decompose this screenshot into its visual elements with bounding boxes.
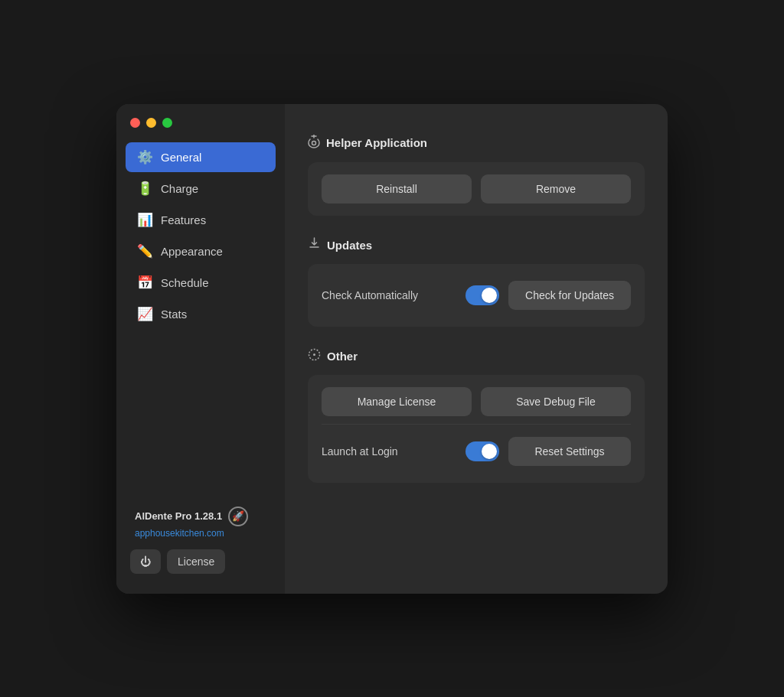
updates-title: Updates [308, 237, 645, 253]
battery-icon: 🔋 [136, 181, 153, 197]
other-icon [308, 348, 321, 364]
launch-at-login-row: Launch at Login Reset Settings [322, 432, 631, 471]
updates-icon [308, 237, 321, 253]
sidebar-item-stats[interactable]: 📈 Stats [126, 299, 276, 329]
svg-point-0 [312, 141, 316, 145]
sidebar-item-general[interactable]: ⚙️ General [126, 142, 276, 172]
power-icon: ⏻ [140, 555, 151, 568]
other-button-row: Manage License Save Debug File [322, 387, 631, 416]
check-for-updates-button[interactable]: Check for Updates [508, 281, 631, 310]
sidebar-item-label: Schedule [161, 276, 209, 289]
sidebar-item-appearance[interactable]: ✏️ Appearance [126, 236, 276, 266]
nav-items: ⚙️ General 🔋 Charge 📊 Features ✏️ Appear… [126, 142, 276, 499]
gear-icon: ⚙️ [136, 149, 153, 165]
check-automatically-toggle[interactable] [466, 285, 499, 305]
close-button[interactable] [130, 118, 140, 128]
check-auto-controls: Check for Updates [466, 281, 631, 310]
save-debug-file-button[interactable]: Save Debug File [481, 387, 631, 416]
paintbrush-icon: ✏️ [136, 243, 153, 259]
helper-application-label: Helper Application [326, 136, 427, 149]
manage-license-button[interactable]: Manage License [322, 387, 472, 416]
sidebar-item-label: Appearance [161, 245, 223, 258]
sidebar-item-features[interactable]: 📊 Features [126, 205, 276, 235]
helper-application-body: Reinstall Remove [308, 162, 645, 216]
other-title: Other [308, 348, 645, 364]
helper-application-title: Helper Application [308, 135, 645, 151]
launch-at-login-label: Launch at Login [322, 445, 466, 458]
power-button[interactable]: ⏻ [130, 549, 161, 574]
chart-icon: 📊 [136, 212, 153, 228]
sidebar-item-label: Charge [161, 182, 198, 195]
sidebar-item-label: General [161, 151, 201, 164]
reset-settings-button[interactable]: Reset Settings [508, 437, 631, 466]
sidebar-item-charge[interactable]: 🔋 Charge [126, 174, 276, 204]
maximize-button[interactable] [162, 118, 172, 128]
check-automatically-row: Check Automatically Check for Updates [322, 276, 631, 314]
reinstall-button[interactable]: Reinstall [322, 174, 472, 204]
other-section: Other Manage License Save Debug File Lau… [308, 348, 645, 483]
traffic-lights [130, 118, 172, 128]
updates-label: Updates [327, 239, 372, 252]
rocket-icon: 🚀 [228, 506, 248, 526]
app-version-row: AlDente Pro 1.28.1 🚀 [135, 506, 271, 526]
app-link[interactable]: apphousekitchen.com [135, 528, 271, 539]
sidebar-item-schedule[interactable]: 📅 Schedule [126, 268, 276, 298]
updates-body: Check Automatically Check for Updates [308, 264, 645, 327]
helper-application-section: Helper Application Reinstall Remove [308, 135, 645, 216]
app-info: AlDente Pro 1.28.1 🚀 apphousekitchen.com [130, 506, 271, 539]
sidebar-item-label: Stats [161, 308, 187, 321]
remove-button[interactable]: Remove [481, 174, 631, 204]
check-automatically-label: Check Automatically [322, 289, 466, 301]
app-window: ⚙️ General 🔋 Charge 📊 Features ✏️ Appear… [116, 104, 668, 594]
svg-point-2 [313, 353, 315, 356]
helper-icon [308, 135, 320, 151]
app-version-text: AlDente Pro 1.28.1 [135, 510, 222, 522]
updates-section: Updates Check Automatically Check for Up… [308, 237, 645, 327]
launch-at-login-toggle[interactable] [466, 441, 499, 461]
other-label: Other [327, 350, 358, 363]
sidebar-footer: AlDente Pro 1.28.1 🚀 apphousekitchen.com… [126, 499, 276, 578]
license-button[interactable]: License [167, 549, 225, 574]
launch-login-controls: Reset Settings [466, 437, 631, 466]
footer-buttons: ⏻ License [130, 549, 271, 574]
main-content: Helper Application Reinstall Remove Upda… [285, 104, 668, 594]
helper-button-row: Reinstall Remove [322, 174, 631, 204]
other-divider [322, 424, 631, 425]
minimize-button[interactable] [146, 118, 156, 128]
stats-icon: 📈 [136, 306, 153, 322]
sidebar: ⚙️ General 🔋 Charge 📊 Features ✏️ Appear… [116, 104, 285, 594]
other-body: Manage License Save Debug File Launch at… [308, 375, 645, 483]
sidebar-item-label: Features [161, 213, 206, 226]
calendar-icon: 📅 [136, 275, 153, 291]
